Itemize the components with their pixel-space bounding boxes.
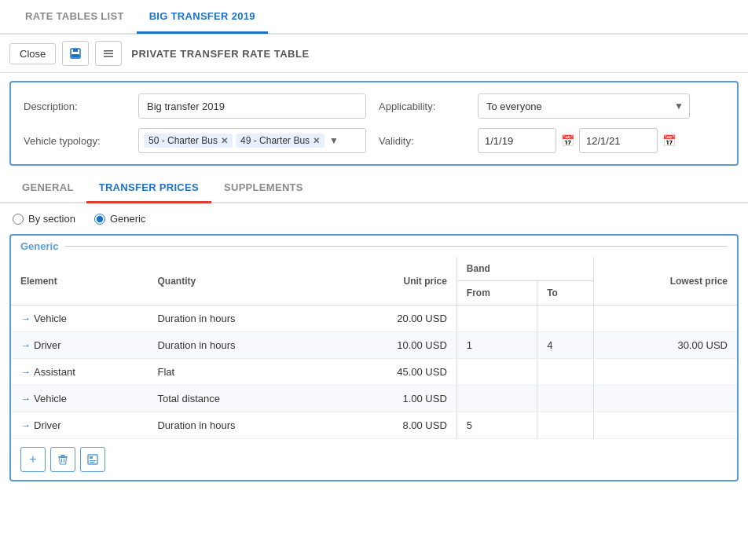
tag-close-50[interactable]: ✕ [221, 136, 228, 146]
cell-element: → Driver [11, 412, 148, 439]
description-label: Description: [24, 101, 126, 112]
tab-general[interactable]: GENERAL [9, 174, 86, 203]
form-section: Description: Applicability: To everyone … [9, 81, 739, 166]
tab-rate-tables-list[interactable]: RATE TABLES LIST [13, 1, 137, 34]
svg-rect-5 [104, 56, 113, 57]
col-header-band-from: From [456, 281, 537, 306]
toolbar-title: PRIVATE TRANSFER RATE TABLE [131, 48, 309, 60]
row-arrow-icon: → [20, 313, 31, 324]
cell-quantity: Total distance [148, 386, 328, 412]
svg-rect-6 [60, 455, 65, 456]
date-from-icon[interactable]: 📅 [561, 134, 574, 147]
cell-quantity: Duration in hours [148, 306, 328, 332]
cell-band-from [456, 306, 537, 332]
export-button[interactable] [80, 447, 105, 472]
row-arrow-icon: → [20, 393, 31, 404]
radio-generic-text: Generic [110, 213, 146, 225]
save-icon [69, 47, 82, 60]
applicability-select-wrapper: To everyone ▼ [478, 93, 690, 119]
close-button[interactable]: Close [9, 43, 56, 64]
toolbar: Close PRIVATE TRANSFER RATE TABLE [0, 35, 748, 73]
add-icon: + [29, 452, 36, 467]
validity-from-input[interactable] [478, 128, 556, 153]
col-header-band-to: To [537, 281, 594, 306]
row-arrow-icon: → [20, 366, 31, 378]
radio-generic-label[interactable]: Generic [94, 213, 146, 225]
svg-rect-13 [90, 462, 94, 463]
tag-charter-bus-50: 50 - Charter Bus ✕ [144, 134, 233, 148]
col-header-element: Element [11, 257, 148, 306]
validity-label: Validity: [379, 135, 465, 147]
cell-band-to: 4 [537, 332, 594, 359]
table-row: → Assistant Flat 45.00 USD [11, 359, 737, 386]
tag-close-49[interactable]: ✕ [313, 136, 320, 146]
col-header-lowest-price: Lowest price [594, 257, 737, 306]
col-header-band: Band [456, 257, 594, 281]
cell-lowest-price [594, 412, 737, 439]
cell-unit-price: 10.00 USD [328, 332, 456, 359]
cell-lowest-price [594, 359, 737, 386]
generic-section-header: Generic [11, 236, 737, 257]
tags-dropdown-button[interactable]: ▼ [328, 135, 340, 146]
tag-label: 49 - Charter Bus [240, 135, 310, 146]
element-value: Driver [34, 339, 61, 351]
table-row: → Vehicle Duration in hours 20.00 USD [11, 306, 737, 332]
table-actions: + [11, 439, 737, 480]
col-header-quantity: Quantity [148, 257, 328, 306]
vehicle-typology-tags[interactable]: 50 - Charter Bus ✕ 49 - Charter Bus ✕ ▼ [138, 128, 366, 153]
tab-supplements[interactable]: SUPPLEMENTS [211, 174, 316, 203]
validity-to-input[interactable] [579, 128, 658, 153]
radio-by-section[interactable] [13, 214, 24, 225]
tab-transfer-prices[interactable]: TRANSFER PRICES [86, 174, 211, 203]
tab-big-transfer-2019[interactable]: BIG TRANSFER 2019 [137, 1, 268, 34]
cell-quantity: Flat [148, 359, 328, 386]
svg-rect-1 [73, 49, 78, 52]
cell-element: → Driver [11, 332, 148, 359]
rate-table: Element Quantity Unit price Band Lowest … [11, 257, 737, 439]
cell-band-to [537, 412, 594, 439]
svg-rect-4 [104, 53, 113, 55]
table-row: → Driver Duration in hours 8.00 USD 5 [11, 412, 737, 439]
radio-by-section-text: By section [28, 213, 75, 225]
radio-group: By section Generic [0, 203, 748, 234]
generic-section: Generic Element Quantity Unit price Band… [9, 234, 739, 481]
cell-element: → Vehicle [11, 306, 148, 332]
cell-band-to [537, 386, 594, 412]
element-value: Vehicle [34, 393, 67, 404]
cell-unit-price: 20.00 USD [328, 306, 456, 332]
generic-header-label: Generic [20, 240, 58, 252]
date-to-icon[interactable]: 📅 [662, 134, 676, 147]
save-button[interactable] [62, 41, 89, 66]
cell-band-from [456, 359, 537, 386]
sub-tabs: GENERAL TRANSFER PRICES SUPPLEMENTS [0, 174, 748, 203]
description-input[interactable] [138, 93, 366, 119]
cell-band-to [537, 359, 594, 386]
cell-lowest-price [594, 306, 737, 332]
cell-quantity: Duration in hours [148, 412, 328, 439]
delete-icon [57, 453, 69, 466]
export-icon [86, 453, 99, 466]
menu-button[interactable] [95, 41, 122, 66]
radio-generic[interactable] [94, 214, 105, 225]
col-header-unit-price: Unit price [328, 257, 456, 306]
svg-rect-3 [104, 50, 113, 52]
cell-band-from: 5 [456, 412, 537, 439]
cell-unit-price: 8.00 USD [328, 412, 456, 439]
add-row-button[interactable]: + [20, 447, 46, 472]
element-value: Driver [34, 419, 61, 431]
applicability-label: Applicability: [379, 101, 465, 112]
validity-date-range: 📅 📅 [478, 128, 676, 153]
table-row: → Driver Duration in hours 10.00 USD 1 4… [11, 332, 737, 359]
cell-element: → Vehicle [11, 386, 148, 412]
cell-band-to [537, 306, 594, 332]
svg-rect-10 [88, 455, 97, 464]
row-arrow-icon: → [20, 419, 31, 431]
applicability-select[interactable]: To everyone [478, 93, 690, 119]
svg-rect-12 [90, 460, 96, 461]
row-arrow-icon: → [20, 339, 31, 351]
delete-row-button[interactable] [50, 447, 75, 472]
element-value: Vehicle [34, 313, 67, 324]
radio-by-section-label[interactable]: By section [13, 213, 75, 225]
cell-unit-price: 1.00 USD [328, 386, 456, 412]
menu-icon [102, 47, 115, 60]
